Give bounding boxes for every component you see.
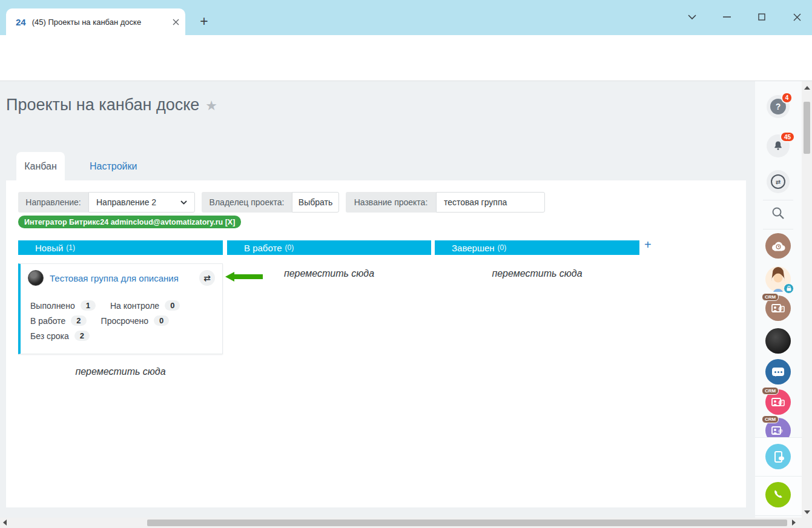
window-minimize-button[interactable] [715,6,739,28]
drop-hint-inprogress: переместить сюда [227,268,431,279]
notifications-badge: 45 [780,131,795,142]
phone-cloud-icon [774,451,782,463]
horizontal-scroll-thumb[interactable] [147,520,787,526]
add-column-button[interactable]: + [644,238,652,252]
app-telephony-icon[interactable] [765,482,791,507]
stat-label: Без срока [30,331,69,341]
column-title: В работе [244,243,282,253]
column-count: (0) [285,243,294,252]
bitrix24-favicon: 24 [16,17,26,27]
column-title: Новый [35,243,63,253]
scrollbar-corner [802,518,812,528]
user-avatar-dark[interactable] [765,328,791,354]
app-cloud-time-icon[interactable] [765,233,791,259]
group-avatar [28,270,44,286]
stat-value: 2 [71,315,86,326]
stat-label: На контроле [110,301,159,311]
bookmarks-bar: Список для чтения [0,58,812,81]
project-name-input[interactable] [444,197,537,207]
tab-close-icon[interactable] [173,19,179,25]
stat-label: Выполнено [30,301,75,311]
project-link[interactable]: Тестовая группа для описания [50,273,199,283]
owner-filter-label: Владелец проекта: [202,192,292,213]
project-name-field[interactable] [436,192,545,213]
browser-tab-strip: 24 (45) Проекты на канбан доске + [0,0,812,35]
app-chat-people-icon[interactable] [765,359,791,384]
stat-value: 0 [154,315,169,326]
column-header-done[interactable]: Завершен (0) [435,240,639,255]
stat-label: Просрочено [101,316,149,326]
column-title: Завершен [452,243,495,253]
svg-text:@: @ [778,428,783,434]
crm-tag: CRM [762,293,779,301]
column-header-new[interactable]: Новый (1) [18,240,223,255]
stat-value: 2 [74,331,90,341]
project-name-filter-label: Название проекта: [346,192,436,213]
app-crm-purple-clip: CRM @ [754,415,802,437]
card-title-row: Тестовая группа для описания ⇄ [28,270,215,286]
browser-tab[interactable]: 24 (45) Проекты на канбан доске [6,8,185,35]
scroll-left-arrow[interactable] [3,520,7,526]
tab-title: (45) Проекты на канбан доске [32,18,168,27]
search-icon [771,206,785,220]
column-header-inprogress[interactable]: В работе (0) [227,240,431,255]
stat-label: В работе [30,316,65,326]
integrator-badge[interactable]: Интегратор Битрикс24 admincloud@avtomati… [18,216,241,228]
stat-value: 1 [81,300,96,311]
app-crm-purple-icon[interactable]: CRM @ [765,418,791,437]
page-title-text: Проекты на канбан доске [6,96,199,114]
window-maximize-button[interactable] [750,6,774,28]
app-crm-pink-icon[interactable]: CRM @ [765,389,791,415]
project-card[interactable]: Тестовая группа для описания ⇄ Выполнено… [18,263,223,354]
chevron-down-icon [180,200,187,205]
tab-search-icon[interactable] [680,6,704,28]
tab-settings[interactable]: Настройки [90,161,137,172]
drop-hint-new: переместить сюда [18,366,223,377]
crm-tag: CRM [762,387,779,395]
browser-toolbar: avtodemo.bitrix24.ru/marketplace/app/160… [0,35,812,58]
page-title: Проекты на канбан доске★ [6,96,217,114]
phone-handset-icon [771,488,785,501]
scroll-down-arrow[interactable] [804,510,810,514]
drop-hint-done: переместить сюда [435,268,639,279]
new-tab-button[interactable]: + [195,12,213,30]
direction-filter-label: Направление: [18,192,88,213]
card-stats: Выполнено 1 На контроле 0 В работе 2 Про… [30,300,194,346]
rail-divider [763,229,793,229]
tab-kanban[interactable]: Канбан [16,152,65,180]
favorite-star-icon[interactable]: ★ [205,98,217,113]
vertical-scroll-thumb[interactable] [804,102,810,154]
scroll-right-arrow[interactable] [792,520,796,526]
messenger-button[interactable]: ⇄ [767,170,790,193]
stat-value: 0 [165,300,180,311]
direction-select[interactable]: Направление 2 [88,192,195,213]
scroll-up-arrow[interactable] [804,86,810,90]
direction-select-value: Направление 2 [96,197,156,207]
app-crm-brown-icon[interactable]: CRM @ [765,295,791,321]
chat-exchange-icon: ⇄ [771,174,785,189]
crm-tag: CRM [762,415,779,423]
lock-badge-icon [784,283,794,294]
owner-select-button[interactable]: Выбрать [292,192,339,213]
column-count: (1) [66,243,75,252]
window-close-button[interactable] [785,6,809,28]
app-mobile-cloud-icon[interactable] [765,444,791,469]
search-button[interactable] [770,205,787,222]
help-badge: 4 [781,92,793,104]
transfer-icon[interactable]: ⇄ [199,270,215,286]
rail-divider [763,200,793,200]
column-count: (0) [498,243,507,252]
chat-bubble-icon [772,368,784,376]
